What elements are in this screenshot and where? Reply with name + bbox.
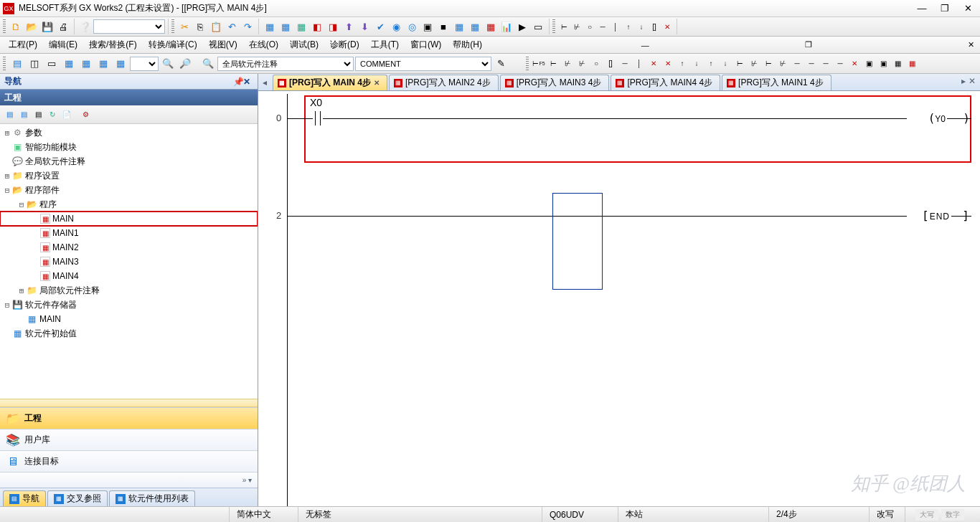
dev-panel-2-icon[interactable]: ▦	[78, 56, 94, 72]
fkey-f10-icon[interactable]: ─	[834, 56, 847, 72]
window-tile-icon[interactable]: ▭	[44, 56, 60, 72]
fkey-af8-icon[interactable]: ↓	[719, 56, 732, 72]
read-plc-icon[interactable]: ⬇	[357, 19, 372, 34]
fkey-af9-icon[interactable]: ✕	[848, 56, 861, 72]
fkey-f9-icon[interactable]: ─	[618, 56, 631, 72]
save-icon[interactable]: 💾	[39, 19, 55, 34]
fkey-af5-icon[interactable]: ─	[791, 56, 804, 72]
tree-params[interactable]: ⊞⚙参数	[0, 125, 258, 140]
monitor-icon[interactable]: ◉	[388, 19, 404, 34]
tree-prog-settings[interactable]: ⊞📁程序设置	[0, 169, 258, 183]
new-project-icon[interactable]: 🗋	[8, 19, 24, 34]
cut-icon[interactable]: ✂	[176, 19, 192, 34]
tab-main[interactable]: ▦[PRG]写入 MAIN 4步✕	[273, 75, 387, 90]
fkey-f8-icon[interactable]: []	[604, 56, 617, 72]
fkey-sf6-icon[interactable]: ⊬	[575, 56, 588, 72]
dev-panel-4-icon[interactable]: ▦	[113, 56, 128, 72]
nav-button-more[interactable]: » ▾	[0, 472, 258, 488]
fkey-saf6-icon[interactable]: ⊬	[748, 56, 760, 72]
open-project-icon[interactable]: 📂	[24, 19, 39, 34]
menu-window[interactable]: 窗口(W)	[405, 37, 447, 53]
comment-edit-icon[interactable]: ✎	[493, 56, 509, 72]
dev-batch-icon[interactable]: ▦	[467, 19, 483, 34]
build-all-icon[interactable]: ◨	[325, 19, 341, 34]
menu-debug[interactable]: 调试(B)	[284, 37, 324, 53]
write-plc-icon[interactable]: ⬆	[341, 19, 357, 34]
tree-main[interactable]: ▦MAIN	[0, 212, 258, 226]
ld-contact-b-icon[interactable]: ⊬	[570, 19, 583, 34]
nav-view3-icon[interactable]: ▤	[32, 107, 44, 123]
fkey-sf9-icon[interactable]: │	[633, 56, 646, 72]
project-tree[interactable]: ⊞⚙参数 ▣智能功能模块 💬全局软元件注释 ⊞📁程序设置 ⊟📂程序部件 ⊟📂程序…	[0, 124, 258, 399]
comment-select[interactable]: COMMENT	[355, 57, 491, 71]
coil-y0[interactable]: (Y0	[928, 111, 946, 125]
verify-icon[interactable]: ✔	[372, 19, 388, 34]
nav-tab-devuse[interactable]: ▦软元件使用列表	[109, 490, 195, 506]
menu-project[interactable]: 工程(P)	[3, 37, 43, 53]
ld-vline-icon[interactable]: │	[609, 19, 622, 34]
nav-tab-xref[interactable]: ▦交叉参照	[47, 490, 108, 506]
tree-dev-storage[interactable]: ⊟💾软元件存储器	[0, 298, 258, 312]
tree-main3[interactable]: ▦MAIN3	[0, 255, 258, 269]
tree-program[interactable]: ⊟📂程序	[0, 197, 258, 212]
ladder-editor[interactable]: 0 2 X0 (Y0 ) [END ] 知乎 @纸团人	[258, 91, 980, 506]
tab-close-icon[interactable]: ✕	[374, 79, 380, 87]
ld-coil-icon[interactable]: ○	[583, 19, 596, 34]
minimize-button[interactable]: —	[913, 1, 931, 16]
fkey-saf8-icon[interactable]: ⊬	[776, 56, 789, 72]
end-instruction[interactable]: [END	[922, 209, 950, 222]
nav-close-icon[interactable]: ✕	[243, 77, 253, 87]
format-select[interactable]	[130, 57, 159, 71]
menu-convert[interactable]: 转换/编译(C)	[143, 37, 203, 53]
nav-refresh-icon[interactable]: ↻	[46, 107, 59, 123]
help-icon[interactable]: ❔	[77, 19, 93, 34]
dev-test-icon[interactable]: ▦	[451, 19, 467, 34]
fkey-caf10-icon[interactable]: ─	[819, 56, 832, 72]
menu-view[interactable]: 视图(V)	[203, 37, 243, 53]
nav-button-connection[interactable]: 🖥连接目标	[0, 450, 258, 472]
simulate-icon[interactable]: ▶	[514, 19, 530, 34]
stop-icon[interactable]: ■	[435, 19, 451, 34]
ld-inst-icon[interactable]: []	[648, 19, 661, 34]
fkey-cf9-icon[interactable]: ✕	[647, 56, 660, 72]
tree-local-comment[interactable]: ⊞📁局部软元件注释	[0, 283, 258, 298]
tree-smart-module[interactable]: ▣智能功能模块	[0, 140, 258, 154]
close-button[interactable]: ✕	[958, 1, 977, 16]
dev-panel-1-icon[interactable]: ▦	[61, 56, 77, 72]
print-icon[interactable]: 🖨	[55, 19, 71, 34]
fkey-f6-icon[interactable]: ⊬	[561, 56, 574, 72]
remote-icon[interactable]: ▣	[420, 19, 435, 34]
nav-button-userlib[interactable]: 📚用户库	[0, 429, 258, 450]
tree-dev-initial[interactable]: ▦软元件初始值	[0, 326, 258, 341]
nav-button-project[interactable]: 📁工程	[0, 407, 258, 429]
contact-x0[interactable]	[313, 110, 323, 127]
fkey-cf10-icon[interactable]: ✕	[661, 56, 674, 72]
tab-main3[interactable]: ▦[PRG]写入 MAIN3 4步	[500, 75, 610, 90]
fkey-sf5-icon[interactable]: ⊢	[547, 56, 560, 72]
ld-del-icon[interactable]: ✕	[661, 19, 674, 34]
tab-main4[interactable]: ▦[PRG]写入 MAIN4 4步	[611, 75, 720, 90]
fkey-ext3-icon[interactable]: ▦	[891, 56, 904, 72]
cursor-box[interactable]	[552, 193, 603, 290]
menu-diagnose[interactable]: 诊断(D)	[324, 37, 365, 53]
tree-dev-storage-main[interactable]: ▦MAIN	[0, 312, 258, 326]
fkey-sf7-icon[interactable]: ↑	[676, 56, 689, 72]
fkey-caf5-icon[interactable]: ─	[805, 56, 818, 72]
pin-icon[interactable]: 📌	[233, 77, 243, 87]
mdi-minimize-icon[interactable]: —	[639, 39, 651, 51]
find-icon[interactable]: 🔍	[200, 56, 216, 72]
mdi-restore-icon[interactable]: ❐	[803, 39, 814, 51]
mdi-close-icon[interactable]: ✕	[966, 39, 977, 51]
fkey-sf8-icon[interactable]: ↓	[690, 56, 703, 72]
dev-icon-1[interactable]: ▦	[262, 19, 278, 34]
nav-toggle-icon[interactable]: ▤	[9, 56, 25, 72]
build-icon[interactable]: ◧	[309, 19, 325, 34]
tree-prog-parts[interactable]: ⊟📂程序部件	[0, 183, 258, 197]
menu-search[interactable]: 搜索/替换(F)	[83, 37, 143, 53]
zoom-out-icon[interactable]: 🔎	[177, 56, 193, 72]
tree-global-comment[interactable]: 💬全局软元件注释	[0, 154, 258, 169]
tab-main2[interactable]: ▦[PRG]写入 MAIN2 4步	[389, 75, 499, 90]
fkey-af7-icon[interactable]: ↑	[705, 56, 717, 72]
ld-falling-icon[interactable]: ↓	[635, 19, 648, 34]
paste-icon[interactable]: 📋	[208, 19, 224, 34]
